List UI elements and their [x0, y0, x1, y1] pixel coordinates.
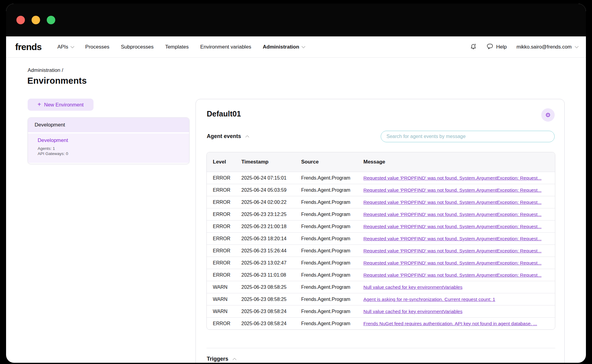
source-cell: Frends.Agent.Program: [301, 200, 363, 205]
nav-item-processes[interactable]: Processes: [85, 44, 109, 50]
environment-detail-title: Default01: [207, 110, 241, 118]
top-navbar: frends APIsProcessesSubprocessesTemplate…: [6, 36, 586, 58]
gear-icon: ⚙: [545, 112, 551, 118]
message-link[interactable]: Requested value 'PROPFIND' was not found…: [363, 212, 555, 217]
message-link[interactable]: Requested value 'PROPFIND' was not found…: [363, 224, 555, 229]
environment-gateways-count: API Gateways: 0: [38, 151, 189, 157]
table-row: WARN2025-06-23 08:58:25Frends.Agent.Prog…: [207, 281, 555, 293]
timestamp-cell: 2025-06-23 08:58:25: [241, 297, 301, 302]
table-row: ERROR2025-06-23 18:20:14Frends.Agent.Pro…: [207, 232, 555, 244]
table-row: ERROR2025-06-23 21:00:18Frends.Agent.Pro…: [207, 220, 555, 232]
breadcrumb[interactable]: Administration /: [28, 67, 63, 73]
col-header-message: Message: [363, 159, 555, 165]
bell-icon: [470, 43, 477, 51]
message-link[interactable]: Requested value 'PROPFIND' was not found…: [363, 260, 555, 266]
chevron-down-icon: [575, 44, 579, 48]
triggers-section-header: Triggers: [207, 356, 236, 362]
chevron-up-icon: [245, 135, 249, 139]
nav-item-templates[interactable]: Templates: [165, 44, 189, 50]
source-cell: Frends.Agent.Program: [301, 212, 363, 217]
app-window: frends APIsProcessesSubprocessesTemplate…: [6, 4, 586, 363]
minimize-window-button[interactable]: [32, 16, 40, 24]
level-cell: ERROR: [213, 175, 241, 181]
agent-events-label: Agent events: [207, 133, 241, 140]
message-link[interactable]: Null value cached for key environmentVar…: [363, 309, 555, 314]
timestamp-cell: 2025-06-23 15:26:44: [241, 248, 301, 254]
timestamp-cell: 2025-06-23 08:58:25: [241, 285, 301, 290]
source-cell: Frends.Agent.Program: [301, 224, 363, 229]
source-cell: Frends.Agent.Program: [301, 260, 363, 266]
level-cell: ERROR: [213, 236, 241, 241]
message-link[interactable]: Requested value 'PROPFIND' was not found…: [363, 248, 555, 254]
notifications-button[interactable]: [470, 43, 477, 51]
col-header-source: Source: [301, 159, 363, 165]
source-cell: Frends.Agent.Program: [301, 175, 363, 181]
frends-logo[interactable]: frends: [15, 42, 42, 52]
environment-settings-button[interactable]: ⚙: [541, 108, 555, 122]
message-link[interactable]: Requested value 'PROPFIND' was not found…: [363, 187, 555, 193]
help-button[interactable]: Help: [485, 43, 509, 51]
account-menu[interactable]: mikko.sairo@frends.com: [516, 44, 578, 50]
table-row: ERROR2025-06-24 02:00:22Frends.Agent.Pro…: [207, 196, 555, 208]
close-window-button[interactable]: [16, 16, 25, 24]
level-cell: WARN: [213, 309, 241, 314]
level-cell: ERROR: [213, 212, 241, 217]
timestamp-cell: 2025-06-24 02:00:22: [241, 200, 301, 205]
new-environment-button[interactable]: + New Environment: [28, 99, 94, 111]
triggers-label: Triggers: [207, 356, 228, 362]
source-cell: Frends.Agent.Program: [301, 285, 363, 290]
nav-item-subprocesses[interactable]: Subprocesses: [121, 44, 154, 50]
table-row: ERROR2025-06-24 07:15:01Frends.Agent.Pro…: [207, 172, 555, 184]
nav-item-apis[interactable]: APIs: [57, 44, 74, 50]
source-cell: Frends.Agent.Program: [301, 187, 363, 193]
source-cell: Frends.Agent.Program: [301, 248, 363, 254]
message-link[interactable]: Null value cached for key environmentVar…: [363, 285, 555, 290]
plus-icon: +: [38, 101, 41, 107]
environment-group-header[interactable]: Development: [28, 118, 189, 132]
table-row: ERROR2025-06-23 13:02:47Frends.Agent.Pro…: [207, 257, 555, 269]
table-row: ERROR2025-06-23 15:26:44Frends.Agent.Pro…: [207, 244, 555, 257]
timestamp-cell: 2025-06-23 08:58:24: [241, 309, 301, 314]
level-cell: ERROR: [213, 248, 241, 254]
section-divider: [206, 348, 555, 348]
agent-events-rows: ERROR2025-06-24 07:15:01Frends.Agent.Pro…: [207, 172, 555, 329]
nav-items: APIsProcessesSubprocessesTemplatesEnviro…: [57, 44, 305, 50]
message-link[interactable]: Requested value 'PROPFIND' was not found…: [363, 272, 555, 278]
source-cell: Frends.Agent.Program: [301, 321, 363, 326]
source-cell: Frends.Agent.Program: [301, 272, 363, 278]
table-row: ERROR2025-06-23 23:12:25Frends.Agent.Pro…: [207, 208, 555, 220]
timestamp-cell: 2025-06-23 08:58:24: [241, 321, 301, 326]
nav-item-label: Templates: [165, 44, 189, 50]
timestamp-cell: 2025-06-23 18:20:14: [241, 236, 301, 241]
navbar-right: Help mikko.sairo@frends.com: [470, 43, 578, 51]
table-row: WARN2025-06-23 08:58:24Frends.Agent.Prog…: [207, 305, 555, 317]
environment-list-item[interactable]: Development Agents: 1 API Gateways: 0: [28, 133, 189, 163]
message-link[interactable]: Agent is asking for re-synchronization. …: [363, 297, 555, 302]
nav-item-environment-variables[interactable]: Environment variables: [200, 44, 251, 50]
help-bubble-icon: [487, 43, 493, 51]
timestamp-cell: 2025-06-23 23:12:25: [241, 212, 301, 217]
col-header-timestamp: Timestamp: [241, 159, 301, 165]
environment-group-card: Development Development Agents: 1 API Ga…: [28, 117, 189, 164]
message-link[interactable]: Requested value 'PROPFIND' was not found…: [363, 200, 555, 205]
zoom-window-button[interactable]: [47, 16, 55, 24]
message-link[interactable]: Frends NuGet feed requires authenticatio…: [363, 321, 555, 326]
chevron-up-icon: [233, 358, 236, 362]
level-cell: ERROR: [213, 187, 241, 193]
agent-events-search-input[interactable]: [381, 131, 555, 142]
agent-events-collapse-button[interactable]: [246, 134, 249, 139]
triggers-collapse-button[interactable]: [233, 357, 236, 361]
nav-item-label: Subprocesses: [121, 44, 154, 50]
level-cell: WARN: [213, 285, 241, 290]
level-cell: ERROR: [213, 260, 241, 266]
table-row: WARN2025-06-23 08:58:25Frends.Agent.Prog…: [207, 293, 555, 305]
nav-item-label: Administration: [263, 44, 299, 50]
nav-item-administration[interactable]: Administration: [263, 44, 305, 50]
agent-events-section-header: Agent events: [207, 133, 249, 140]
agent-events-table: Level Timestamp Source Message ERROR2025…: [206, 152, 555, 330]
message-link[interactable]: Requested value 'PROPFIND' was not found…: [363, 175, 555, 181]
level-cell: ERROR: [213, 200, 241, 205]
timestamp-cell: 2025-06-23 11:01:08: [241, 272, 301, 278]
message-link[interactable]: Requested value 'PROPFIND' was not found…: [363, 236, 555, 241]
environment-name: Development: [38, 137, 189, 143]
